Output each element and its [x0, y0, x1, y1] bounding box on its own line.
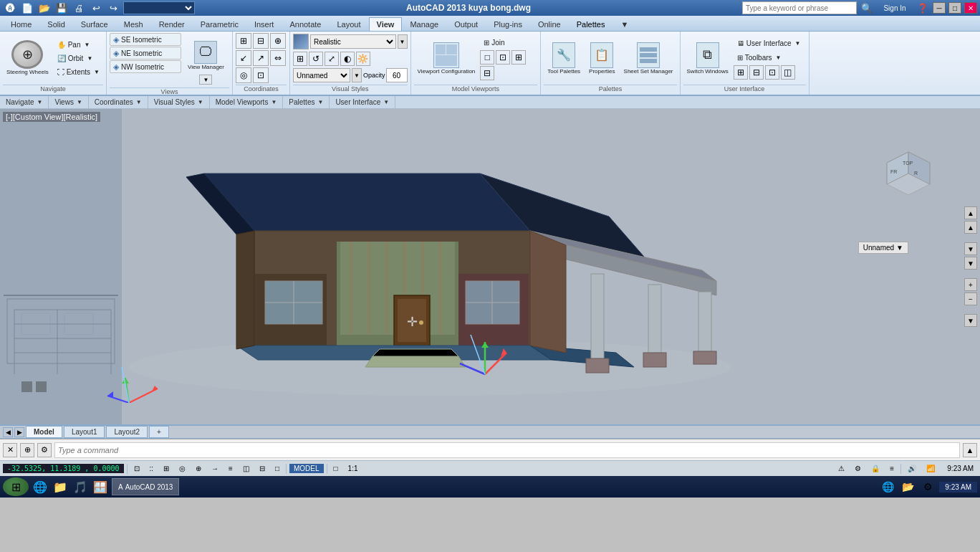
taskbar-icon-folder[interactable]: 📂	[899, 478, 916, 495]
switch-windows-btn[interactable]: ⧉ Switch Windows	[683, 37, 732, 79]
vs-btn4[interactable]: ◐	[340, 52, 355, 66]
tab-annotate[interactable]: Annotate	[282, 17, 329, 31]
taskbar-icon-ie[interactable]: 🌐	[32, 478, 49, 495]
polar-btn[interactable]: ◎	[176, 463, 189, 474]
coord-btn1[interactable]: ⊞	[236, 33, 251, 49]
scroll-end-btn[interactable]: ▼	[964, 314, 977, 327]
taskbar-icon-files[interactable]: 📁	[52, 478, 69, 495]
scroll-up-btn[interactable]: ▲	[964, 206, 977, 219]
layout-nav-right[interactable]: ▶	[14, 427, 24, 437]
tab-layout[interactable]: Layout	[329, 17, 368, 31]
open-btn[interactable]: 📂	[37, 1, 52, 14]
vs-btn5[interactable]: 🔆	[356, 52, 370, 66]
cleanup-btn[interactable]: ≡	[886, 463, 898, 474]
ortho-btn[interactable]: ⊞	[160, 463, 173, 474]
ui-icon4[interactable]: ◫	[781, 65, 795, 80]
tab-more[interactable]: ▼	[612, 17, 636, 31]
vp-icon2[interactable]: ⊡	[496, 50, 510, 65]
tab-layout1[interactable]: Layout1	[64, 426, 105, 438]
save-btn[interactable]: 💾	[54, 1, 69, 14]
visual-style-dropdown-icon[interactable]: ▼	[398, 34, 408, 49]
command-input[interactable]	[54, 442, 960, 458]
unnamed-dropdown-icon[interactable]: ▼	[352, 68, 362, 82]
ne-isometric-btn[interactable]: ◈ NE Isometric	[110, 47, 181, 60]
section-model-viewports[interactable]: Model Viewports ▼	[210, 96, 284, 108]
new-btn[interactable]: 📄	[20, 1, 34, 14]
nw-isometric-btn[interactable]: ◈ NW Isometric	[110, 60, 181, 73]
search-icon[interactable]: 🔍	[860, 1, 874, 14]
tab-plugins[interactable]: Plug-ins	[486, 17, 530, 31]
vs-btn2[interactable]: ↺	[309, 52, 323, 66]
osnap-btn[interactable]: ⊕	[192, 463, 205, 474]
toolbars-btn[interactable]: ⊞ Toolbars ▼	[734, 51, 805, 64]
transparency-btn[interactable]: ◫	[239, 463, 253, 474]
search-command-btn[interactable]: ⊕	[20, 443, 34, 457]
tab-express-tools[interactable]: Palettes	[569, 17, 613, 31]
scroll-down2-btn[interactable]: ▼	[964, 257, 977, 270]
section-views[interactable]: Views ▼	[49, 96, 88, 108]
tab-solid[interactable]: Solid	[39, 17, 72, 31]
vp-icon4[interactable]: ⊟	[480, 66, 494, 80]
grid-btn[interactable]: ::	[146, 463, 158, 474]
minimize-btn[interactable]: ─	[933, 2, 946, 14]
tab-render[interactable]: Render	[151, 17, 193, 31]
taskbar-icon-chrome[interactable]: 🌐	[879, 478, 896, 495]
section-coordinates[interactable]: Coordinates ▼	[89, 96, 148, 108]
visual-style-select[interactable]: Realistic Wireframe Hidden Conceptual	[310, 34, 396, 49]
viewport-config-btn[interactable]: Viewport Configuration	[414, 37, 479, 79]
tab-online[interactable]: Online	[530, 17, 569, 31]
vs-btn3[interactable]: ⤢	[325, 52, 339, 66]
tab-mesh[interactable]: Mesh	[116, 17, 151, 31]
taskbar-autocad-btn[interactable]: A AutoCAD 2013	[112, 478, 179, 495]
opacity-input[interactable]: 60	[386, 68, 408, 82]
restore-btn[interactable]: □	[948, 2, 961, 14]
coord-btn5[interactable]: ↗	[253, 50, 269, 66]
snap-btn[interactable]: ⊡	[130, 463, 143, 474]
taskbar-icon-win[interactable]: 🪟	[92, 478, 109, 495]
vp-icon1[interactable]: □	[480, 50, 494, 65]
viewport-scale-btn[interactable]: 1:1	[345, 463, 362, 474]
taskbar-icon-settings[interactable]: ⚙	[919, 478, 936, 495]
tab-layout2[interactable]: Layout2	[106, 426, 148, 438]
unnamed-select[interactable]: Unnamed	[293, 68, 350, 82]
scroll-plus-btn[interactable]: +	[964, 278, 977, 291]
print-btn[interactable]: 🖨	[72, 1, 86, 14]
help-icon[interactable]: ❓	[916, 1, 930, 14]
properties-btn[interactable]: 📋 Properties	[585, 37, 618, 79]
section-palettes[interactable]: Palettes ▼	[283, 96, 330, 108]
scroll-up2-btn[interactable]: ▲	[964, 221, 977, 234]
ui-icon2[interactable]: ⊟	[749, 65, 764, 80]
qprops-btn[interactable]: ⊟	[256, 463, 269, 474]
coord-btn7[interactable]: ◎	[236, 67, 251, 83]
settings-command-btn[interactable]: ⚙	[37, 443, 52, 457]
lock-ui-btn[interactable]: 🔒	[868, 463, 883, 474]
tab-view[interactable]: View	[369, 17, 403, 31]
redo-btn[interactable]: ↪	[106, 1, 120, 14]
steering-wheels-btn[interactable]: ⊕ Steering Wheels	[3, 38, 52, 78]
start-button[interactable]: ⊞	[3, 477, 29, 496]
ui-icon3[interactable]: ⊡	[765, 65, 779, 80]
sign-in-btn[interactable]: Sign In	[877, 1, 913, 14]
model-indicator[interactable]: MODEL	[289, 464, 324, 473]
tab-parametric[interactable]: Parametric	[193, 17, 246, 31]
network-icon[interactable]: 📶	[923, 463, 938, 474]
join-btn[interactable]: ⊞ Join	[480, 36, 537, 49]
dtrack-btn[interactable]: →	[208, 463, 222, 474]
section-navigate[interactable]: Navigate ▼	[0, 96, 49, 108]
se-isometric-btn[interactable]: ◈ SE Isometric	[110, 33, 181, 46]
orbit-btn[interactable]: 🔄 Orbit ▼	[54, 52, 103, 65]
tab-home[interactable]: Home	[3, 17, 39, 31]
extents-btn[interactable]: ⛶ Extents ▼	[54, 65, 103, 78]
viewcube[interactable]: TOP FR R Unnamed ▼	[880, 145, 937, 202]
vs-btn1[interactable]: ⊞	[293, 52, 307, 66]
taskbar-icon-media[interactable]: 🎵	[72, 478, 89, 495]
coord-btn4[interactable]: ↙	[236, 50, 251, 66]
annotation-monitor-btn[interactable]: ⚠	[835, 463, 848, 474]
coord-btn8[interactable]: ⊡	[253, 67, 269, 83]
sheet-set-btn[interactable]: Sheet Set Manager	[620, 37, 677, 79]
tool-palettes-btn[interactable]: 🔧 Tool Palettes	[544, 37, 584, 79]
tab-model[interactable]: Model	[26, 426, 62, 438]
coord-btn6[interactable]: ⇔	[270, 50, 286, 66]
scroll-up-command-btn[interactable]: ▲	[963, 443, 977, 457]
scroll-minus-btn[interactable]: −	[964, 292, 977, 305]
